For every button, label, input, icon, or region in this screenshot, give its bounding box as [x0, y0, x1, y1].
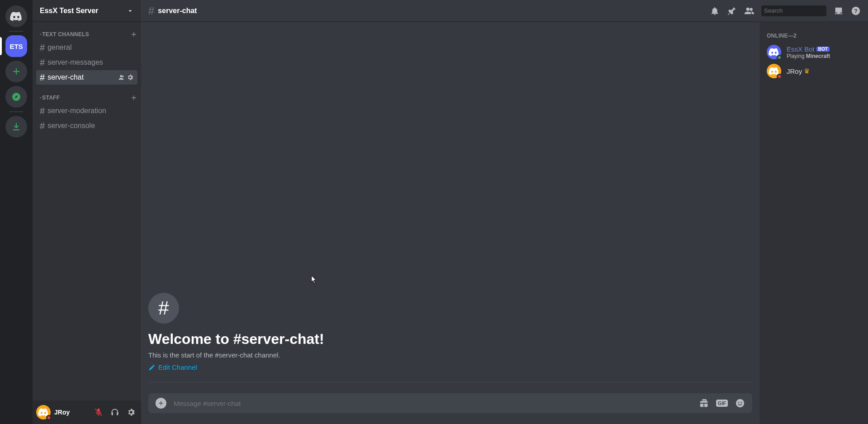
server-rail: ETS: [0, 0, 33, 424]
plus-icon: [11, 66, 22, 77]
bell-icon: [710, 6, 720, 16]
member-name: JRoy ♛: [787, 67, 810, 75]
member-list: ONLINE—2 EssX Bot BOTPlaying MinecraftJR…: [760, 22, 868, 424]
self-username: JRoy: [54, 409, 89, 416]
inbox-icon: [834, 6, 844, 16]
pinned-button[interactable]: [727, 6, 737, 16]
channel-label: server-chat: [47, 73, 115, 81]
channel-label: general: [47, 43, 134, 52]
plus-icon: [130, 31, 137, 38]
channel-label: server-messages: [47, 58, 134, 67]
hash-icon: #: [40, 43, 45, 53]
svg-point-5: [741, 402, 742, 403]
mute-button[interactable]: [92, 406, 105, 419]
user-settings-button[interactable]: [125, 406, 137, 419]
category-label: ›STAFF: [40, 95, 60, 101]
server-initials: ETS: [9, 43, 23, 50]
search-box[interactable]: [761, 5, 826, 16]
inbox-button[interactable]: [834, 6, 844, 16]
download-icon: [11, 121, 22, 132]
member-avatar: [767, 45, 781, 59]
server-icon[interactable]: ETS: [5, 35, 27, 57]
gear-icon: [127, 74, 134, 81]
plus-icon: [157, 400, 165, 407]
content-row: # Welcome to #server-chat! This is the s…: [141, 22, 868, 424]
edit-channel-label: Edit Channel: [158, 363, 197, 371]
gift-button[interactable]: [699, 398, 709, 408]
server-header[interactable]: EssX Test Server: [33, 0, 141, 22]
search-input[interactable]: [764, 7, 840, 14]
mic-muted-icon: [94, 408, 103, 417]
svg-point-4: [738, 402, 740, 403]
crown-icon: ♛: [804, 67, 810, 75]
channel-label: server-moderation: [47, 107, 134, 115]
channel-title: server-chat: [158, 7, 197, 15]
channel-server-moderation[interactable]: #server-moderation: [36, 104, 137, 118]
svg-point-3: [736, 399, 744, 407]
pin-icon: [727, 6, 737, 16]
channel-server-chat[interactable]: #server-chat: [36, 70, 137, 85]
add-channel-button[interactable]: [130, 31, 137, 38]
help-icon: ?: [851, 6, 861, 16]
category-label: ›TEXT CHANNELS: [40, 31, 89, 38]
channel-general[interactable]: #general: [36, 40, 137, 55]
person-plus-icon: [118, 74, 125, 81]
plus-icon: [130, 94, 137, 101]
rail-separator: [9, 111, 24, 112]
compass-icon: [11, 91, 22, 102]
chevron-down-icon: [127, 7, 134, 14]
gif-button[interactable]: GIF: [716, 400, 728, 407]
member-avatar: [767, 64, 781, 78]
member-essx-bot[interactable]: EssX Bot BOTPlaying Minecraft: [763, 43, 864, 62]
home-button[interactable]: [5, 5, 27, 27]
main-area: # server-chat ? # Welcome to #server-cha…: [141, 0, 868, 424]
gift-icon: [699, 398, 709, 408]
compose-area: GIF: [141, 393, 760, 424]
hash-icon: #: [40, 57, 45, 68]
hash-icon: #: [40, 106, 45, 116]
welcome-divider: [148, 382, 752, 382]
explore-button[interactable]: [5, 86, 27, 108]
channel-label: server-console: [47, 122, 134, 130]
invite-button[interactable]: [118, 74, 125, 81]
hash-icon: #: [40, 72, 45, 83]
svg-text:?: ?: [854, 7, 858, 14]
hash-icon: #: [148, 5, 154, 17]
edit-channel-link[interactable]: Edit Channel: [148, 363, 752, 371]
bot-badge: BOT: [816, 47, 830, 52]
channel-header: # server-chat ?: [141, 0, 868, 22]
add-server-button[interactable]: [5, 61, 27, 82]
member-group-heading: ONLINE—2: [763, 29, 864, 43]
people-icon: [744, 6, 754, 16]
welcome-hash-icon: #: [148, 293, 179, 324]
channel-category[interactable]: ›TEXT CHANNELS: [33, 25, 141, 40]
compose-bar: GIF: [148, 393, 752, 413]
channel-server-messages[interactable]: #server-messages: [36, 55, 137, 70]
channel-sidebar: EssX Test Server ›TEXT CHANNELS#general#…: [33, 0, 141, 424]
member-activity: Playing Minecraft: [787, 53, 830, 59]
pencil-icon: [148, 364, 156, 371]
gear-icon: [127, 408, 136, 417]
self-avatar[interactable]: [36, 405, 51, 419]
notifications-button[interactable]: [710, 6, 720, 16]
channel-settings-button[interactable]: [127, 74, 134, 81]
user-panel: JRoy: [33, 400, 141, 424]
download-button[interactable]: [5, 116, 27, 138]
members-toggle-button[interactable]: [744, 6, 754, 16]
help-button[interactable]: ?: [851, 6, 861, 16]
smile-icon: [735, 398, 745, 408]
deafen-button[interactable]: [108, 406, 121, 419]
channel-category[interactable]: ›STAFF: [33, 85, 141, 103]
add-channel-button[interactable]: [130, 94, 137, 101]
message-input[interactable]: [174, 400, 692, 407]
emoji-button[interactable]: [735, 398, 745, 408]
discord-logo-icon: [10, 12, 23, 21]
message-scroll[interactable]: # Welcome to #server-chat! This is the s…: [141, 22, 760, 393]
headphones-icon: [110, 408, 119, 417]
welcome-subtitle: This is the start of the #server-chat ch…: [148, 351, 752, 359]
server-name: EssX Test Server: [40, 7, 99, 15]
welcome-title: Welcome to #server-chat!: [148, 331, 752, 348]
channel-server-console[interactable]: #server-console: [36, 119, 137, 133]
member-jroy[interactable]: JRoy ♛: [763, 62, 864, 81]
attach-button[interactable]: [156, 398, 166, 409]
